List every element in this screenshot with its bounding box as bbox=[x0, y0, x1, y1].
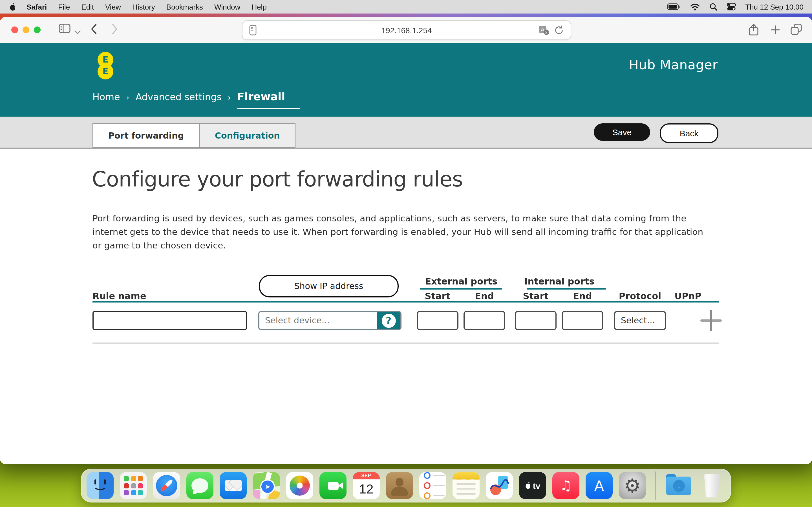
new-tab-icon[interactable] bbox=[771, 25, 780, 37]
status-icons: Thu 12 Sep 10.00 bbox=[667, 3, 812, 11]
navigation-arrow: ➤ bbox=[260, 480, 275, 494]
page-heading: Configure your port forwarding rules bbox=[92, 167, 463, 191]
appstore-a-icon: A bbox=[594, 477, 604, 494]
save-button[interactable]: Save bbox=[594, 123, 650, 141]
dock-downloads-icon[interactable]: ↓ bbox=[665, 472, 692, 499]
table-header-rule bbox=[93, 301, 719, 302]
menu-item-file[interactable]: File bbox=[52, 3, 75, 11]
tab-overview-icon[interactable] bbox=[791, 24, 802, 37]
reader-icon[interactable] bbox=[249, 25, 257, 37]
show-ip-address-button[interactable]: Show IP address bbox=[259, 275, 399, 297]
dock-trash-icon[interactable] bbox=[698, 472, 725, 499]
dock-reminders-icon[interactable] bbox=[419, 472, 446, 499]
breadcrumb: Home › Advanced settings › Firewall bbox=[93, 90, 285, 103]
external-end-input[interactable] bbox=[463, 311, 505, 330]
forward-button[interactable] bbox=[112, 24, 118, 37]
menu-item-edit[interactable]: Edit bbox=[75, 3, 100, 11]
reload-icon[interactable] bbox=[554, 25, 564, 37]
zoom-window-button[interactable] bbox=[34, 26, 41, 33]
device-help-button[interactable]: ? bbox=[377, 312, 400, 329]
menu-item-view[interactable]: View bbox=[100, 3, 126, 11]
chat-bubble bbox=[192, 478, 208, 493]
menu-item-bookmarks[interactable]: Bookmarks bbox=[161, 3, 209, 11]
color-wheel bbox=[290, 475, 310, 496]
dock-freeform-icon[interactable] bbox=[486, 472, 513, 499]
dock-music-icon[interactable]: ♫ bbox=[552, 472, 579, 499]
ee-logo[interactable]: E E bbox=[98, 52, 113, 79]
menu-item-window[interactable]: Window bbox=[209, 3, 246, 11]
internal-start-input[interactable] bbox=[515, 311, 557, 330]
safari-compass bbox=[156, 475, 177, 496]
menu-item-history[interactable]: History bbox=[126, 3, 161, 11]
spotlight-search-icon[interactable] bbox=[709, 3, 717, 11]
dock-contacts-icon[interactable] bbox=[386, 472, 413, 499]
sidebar-toggle-icon[interactable] bbox=[59, 24, 70, 36]
internal-end-input[interactable] bbox=[562, 311, 603, 330]
page-title: Hub Manager bbox=[629, 57, 718, 72]
apple-menu[interactable] bbox=[0, 3, 21, 11]
dock-settings-icon[interactable]: ⚙ bbox=[619, 472, 646, 499]
dock-calendar-icon[interactable]: SEP 12 bbox=[353, 472, 380, 499]
dock-facetime-icon[interactable] bbox=[319, 472, 347, 499]
menu-item-help[interactable]: Help bbox=[246, 3, 272, 11]
dock-messages-icon[interactable] bbox=[186, 472, 213, 499]
dock-photos-icon[interactable] bbox=[286, 472, 313, 499]
menu-bar: Safari File Edit View History Bookmarks … bbox=[0, 0, 812, 13]
page-description: Port forwarding is used by devices, such… bbox=[93, 212, 705, 252]
address-bar[interactable]: 192.168.1.254 Ax bbox=[242, 20, 571, 40]
browser-toolbar: 192.168.1.254 Ax bbox=[0, 17, 812, 43]
dock-appletv-icon[interactable]: tv bbox=[519, 472, 546, 499]
dock: ➤ SEP 12 tv ♫ A ⚙ bbox=[81, 469, 731, 503]
download-arrow-icon: ↓ bbox=[673, 480, 685, 492]
dock-appstore-icon[interactable]: A bbox=[586, 472, 613, 499]
translate-icon[interactable]: Ax bbox=[539, 25, 549, 37]
breadcrumb-advanced-settings[interactable]: Advanced settings bbox=[136, 92, 221, 103]
back-button[interactable] bbox=[91, 24, 97, 37]
tab-port-forwarding[interactable]: Port forwarding bbox=[93, 123, 199, 148]
music-note-icon: ♫ bbox=[560, 478, 572, 494]
dock-safari-icon[interactable] bbox=[153, 472, 180, 499]
ee-logo-letter: E bbox=[103, 55, 109, 65]
protocol-select-button[interactable]: Select... bbox=[614, 311, 666, 330]
apple-glyph bbox=[525, 482, 532, 490]
external-ports-label: External ports bbox=[417, 276, 506, 287]
dock-finder-icon[interactable] bbox=[87, 472, 114, 499]
dock-launchpad-icon[interactable] bbox=[120, 472, 147, 499]
menu-item-safari[interactable]: Safari bbox=[21, 3, 52, 11]
menu-bar-clock[interactable]: Thu 12 Sep 10.00 bbox=[745, 3, 804, 11]
device-select-input[interactable] bbox=[259, 312, 377, 329]
external-ports-underline bbox=[420, 288, 502, 290]
site-header: E E Hub Manager Home › Advanced settings… bbox=[0, 43, 812, 117]
battery-icon[interactable] bbox=[667, 3, 680, 10]
rule-name-label: Rule name bbox=[93, 291, 146, 301]
control-center-icon[interactable] bbox=[726, 3, 735, 11]
calendar-month: SEP bbox=[353, 472, 380, 480]
row-divider bbox=[93, 342, 719, 344]
external-start-input[interactable] bbox=[417, 311, 458, 330]
share-icon[interactable] bbox=[749, 24, 758, 38]
wifi-icon[interactable] bbox=[690, 3, 700, 10]
sidebar-chevron-down-icon[interactable] bbox=[74, 26, 81, 37]
ee-logo-bottom-circle: E bbox=[98, 64, 113, 79]
envelope bbox=[225, 480, 241, 491]
tv-label: tv bbox=[533, 481, 541, 490]
dock-notes-icon[interactable] bbox=[453, 472, 479, 499]
close-window-button[interactable] bbox=[11, 26, 18, 33]
tab-configuration[interactable]: Configuration bbox=[199, 123, 296, 148]
safari-window: 192.168.1.254 Ax E E bbox=[0, 17, 812, 464]
breadcrumb-home[interactable]: Home bbox=[93, 92, 120, 103]
dock-maps-icon[interactable]: ➤ bbox=[253, 472, 280, 499]
back-button-page[interactable]: Back bbox=[660, 123, 718, 143]
dock-divider bbox=[655, 471, 656, 500]
minimize-window-button[interactable] bbox=[22, 26, 29, 33]
apple-icon bbox=[9, 3, 16, 11]
rule-name-input[interactable] bbox=[93, 311, 247, 330]
protocol-label: Protocol bbox=[614, 291, 666, 301]
dock-mail-icon[interactable] bbox=[220, 472, 247, 499]
external-end-label: End bbox=[463, 291, 505, 301]
url-text: 192.168.1.254 bbox=[381, 25, 432, 35]
breadcrumb-current-firewall[interactable]: Firewall bbox=[237, 90, 285, 103]
plus-vertical-bar bbox=[710, 310, 712, 331]
action-bar: Port forwarding Configuration Save Back bbox=[0, 117, 812, 149]
add-rule-plus-icon[interactable] bbox=[700, 310, 722, 331]
